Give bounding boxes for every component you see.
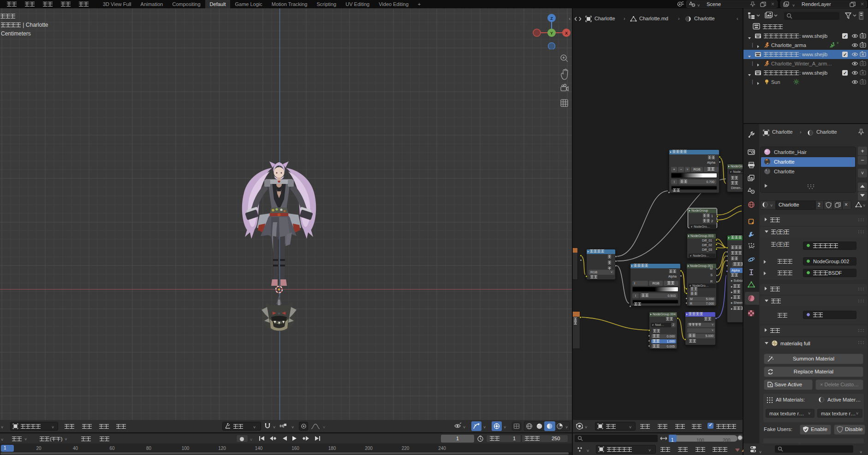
svg-text:Y: Y xyxy=(550,31,553,35)
svg-text:Z: Z xyxy=(550,16,553,21)
svg-text:X: X xyxy=(565,31,568,35)
